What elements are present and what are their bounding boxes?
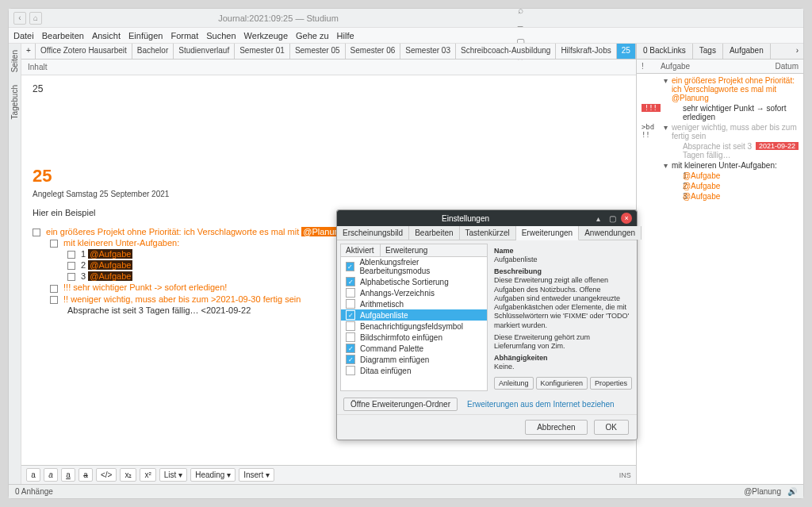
extension-row[interactable]: Bildschirmfoto einfügen <box>341 332 487 343</box>
checkbox-icon[interactable] <box>346 332 355 342</box>
dialog-tab[interactable]: Erscheinungsbild <box>337 226 409 240</box>
checkbox-icon[interactable] <box>346 321 355 331</box>
settings-dialog: Einstellungen ▴ ▢ × Erscheinungsbild Bea… <box>336 209 638 440</box>
code-btn[interactable]: </> <box>96 468 117 482</box>
checkbox-icon[interactable] <box>50 240 58 248</box>
tab-add-button[interactable]: + <box>21 44 36 59</box>
page-tab-active[interactable]: 25 <box>617 44 636 59</box>
checkbox-icon[interactable] <box>346 344 355 353</box>
side-tab-seiten[interactable]: Seiten <box>9 47 21 75</box>
side-tab-tagebuch[interactable]: Tagebuch <box>9 82 21 122</box>
checkbox-icon[interactable] <box>346 355 355 364</box>
dialog-close-icon[interactable]: × <box>621 213 632 224</box>
tab-tags[interactable]: Tags <box>693 44 723 59</box>
task-row[interactable]: !!! sehr wichtiger Punkt → sofort erledi… <box>637 103 803 122</box>
checkbox-icon[interactable] <box>67 273 75 281</box>
nav-back-icon[interactable]: ‹ <box>13 12 26 25</box>
extension-row[interactable]: Aufgabenliste <box>341 309 487 321</box>
task-row[interactable]: ▾ mit kleineren Unter-Aufgaben: <box>637 160 803 171</box>
dialog-max-icon[interactable]: ▢ <box>607 213 618 224</box>
anleitung-button[interactable]: Anleitung <box>494 377 534 390</box>
extension-row[interactable]: Alphabetische Sortierung <box>341 276 487 287</box>
page-number: 25 <box>33 83 625 94</box>
task-row[interactable]: ▾ ein größeres Projekt ohne Priorität: i… <box>637 75 803 103</box>
speaker-icon[interactable]: 🔊 <box>787 487 797 496</box>
checkbox-icon[interactable] <box>50 296 58 304</box>
checkbox-icon[interactable] <box>346 262 354 271</box>
task-row[interactable]: 1 @Aufgabe <box>637 171 803 181</box>
menu-item[interactable]: Datei <box>13 31 34 40</box>
dialog-title: Einstellungen <box>442 214 489 223</box>
task-row[interactable]: 2 @Aufgabe <box>637 181 803 191</box>
menu-item[interactable]: Werkzeuge <box>244 31 288 40</box>
page-tab[interactable]: Office Zotero Hausarbeit <box>36 44 132 59</box>
page-tab[interactable]: Semester 06 <box>346 44 401 59</box>
page-tab[interactable]: Studienverlauf <box>174 44 235 59</box>
page-tab[interactable]: Bachelor <box>132 44 174 59</box>
checkbox-icon[interactable] <box>346 299 355 309</box>
tab-backlinks[interactable]: 0 BackLinks <box>637 44 693 59</box>
dialog-titlebar: Einstellungen ▴ ▢ × <box>337 210 637 226</box>
chevron-right-icon[interactable]: › <box>791 44 803 59</box>
format-btn[interactable]: a <box>79 468 93 482</box>
chevron-down-icon[interactable]: ▾ <box>661 161 672 170</box>
checkbox-icon[interactable] <box>33 229 40 236</box>
ok-button[interactable]: OK <box>594 420 629 435</box>
statusbar: 0 Anhänge @Planung 🔊 <box>9 484 803 498</box>
menu-item[interactable]: Hilfe <box>337 31 354 40</box>
checkbox-icon[interactable] <box>346 366 355 375</box>
extension-row[interactable]: Ablenkungsfreier Bearbeitungsmodus <box>341 257 487 276</box>
heading-select[interactable]: Heading ▾ <box>190 468 236 482</box>
page-tab[interactable]: Semester 03 <box>400 44 456 59</box>
checkbox-icon[interactable] <box>346 310 355 320</box>
search-icon[interactable]: ⌕ <box>515 5 526 16</box>
extension-row[interactable]: Command Palette <box>341 343 487 354</box>
dialog-tab[interactable]: Bearbeiten <box>409 226 459 240</box>
checkbox-icon[interactable] <box>67 251 75 259</box>
page-tab[interactable]: Hilfskraft-Jobs <box>556 44 616 59</box>
format-btn[interactable]: a <box>44 468 58 482</box>
subscript-btn[interactable]: x₂ <box>120 468 136 482</box>
page-tab[interactable]: Semester 05 <box>290 44 346 59</box>
extension-row[interactable]: Arithmetisch <box>341 298 487 309</box>
extension-row[interactable]: Benachrichtigungsfeldsymbol <box>341 321 487 332</box>
extension-row[interactable]: Ditaa einfügen <box>341 365 487 376</box>
superscript-btn[interactable]: x² <box>140 468 155 482</box>
checkbox-icon[interactable] <box>67 262 75 270</box>
konfigurieren-button[interactable]: Konfigurieren <box>536 377 588 390</box>
name-label: Name <box>494 247 630 255</box>
dialog-up-icon[interactable]: ▴ <box>592 213 603 224</box>
open-ext-folder-button[interactable]: Öffne Erweiterungen-Ordner <box>343 398 458 411</box>
menu-item[interactable]: Bearbeiten <box>42 31 84 40</box>
task-row[interactable]: 3 @Aufgabe <box>637 191 803 202</box>
list-select[interactable]: List ▾ <box>159 468 187 482</box>
checkbox-icon[interactable] <box>346 288 355 298</box>
nav-home-icon[interactable]: ⌂ <box>29 12 42 25</box>
menu-item[interactable]: Einfügen <box>128 31 163 40</box>
task-row[interactable]: Absprache ist seit 3 Tagen fällig… 2021-… <box>637 141 803 160</box>
menu-item[interactable]: Ansicht <box>92 31 121 40</box>
cancel-button[interactable]: Abbrechen <box>525 420 587 435</box>
page-tab[interactable]: Schreibcoach-Ausbildung <box>456 44 556 59</box>
extension-row[interactable]: Diagramm einfügen <box>341 354 487 365</box>
menu-item[interactable]: Gehe zu <box>296 31 329 40</box>
extension-name: Alphabetische Sortierung <box>360 278 449 286</box>
menu-item[interactable]: Suchen <box>206 31 236 40</box>
properties-button[interactable]: Properties <box>590 377 632 390</box>
format-btn[interactable]: a <box>61 468 75 482</box>
extension-row[interactable]: Anhangs-Verzeichnis <box>341 287 487 298</box>
checkbox-icon[interactable] <box>346 277 355 286</box>
chevron-down-icon[interactable]: ▾ <box>661 76 672 85</box>
tab-aufgaben[interactable]: Aufgaben <box>723 44 771 59</box>
dialog-tab[interactable]: Anwendungen <box>579 226 642 240</box>
download-ext-link[interactable]: Erweiterungen aus dem Internet beziehen <box>467 400 615 409</box>
dialog-tab-active[interactable]: Erweiterungen <box>516 226 579 240</box>
menu-item[interactable]: Format <box>170 31 198 40</box>
insert-select[interactable]: Insert ▾ <box>239 468 274 482</box>
dialog-tab[interactable]: Tastenkürzel <box>460 226 516 240</box>
page-tab[interactable]: Semester 01 <box>235 44 290 59</box>
checkbox-icon[interactable] <box>50 285 58 293</box>
format-btn[interactable]: a <box>26 468 40 482</box>
chevron-down-icon[interactable]: ▾ <box>661 123 672 132</box>
task-row[interactable]: >bd !!▾ weniger wichtig, muss aber bis z… <box>637 122 803 141</box>
